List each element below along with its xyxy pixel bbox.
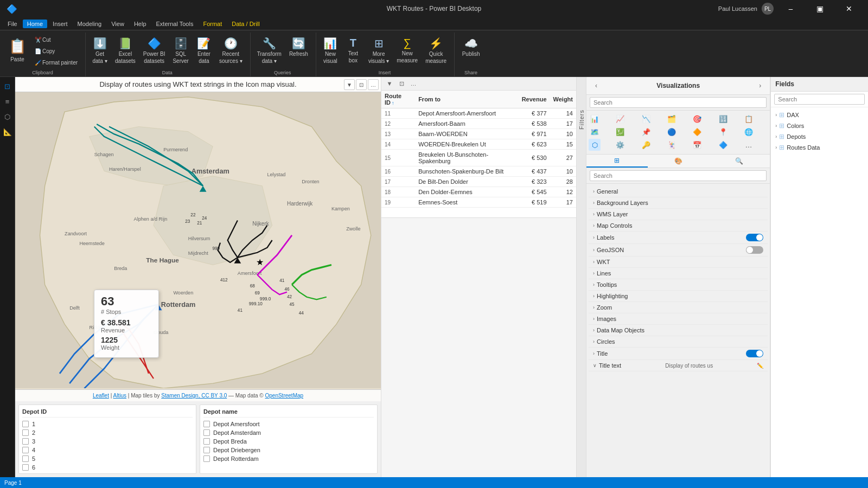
viz-icon-map[interactable]: 🗺️ [589,126,601,138]
new-visual-button[interactable]: 📊 Newvisual [320,35,341,66]
filter-depot-driebergen[interactable]: Depot Driebergen [203,447,374,453]
menu-format[interactable]: Format [199,20,226,28]
menu-view[interactable]: View [107,20,129,28]
checkbox-depot-6[interactable] [22,464,29,471]
viz-icon-pie[interactable]: 🎯 [691,113,703,125]
left-icon-report[interactable]: ⊡ [2,80,14,92]
viz-tab-build[interactable]: ⊞ [586,155,648,168]
viz-icon-area[interactable]: 📉 [640,113,652,125]
prop-labels[interactable]: › Labels [589,232,768,244]
menu-external-tools[interactable]: External Tools [152,20,198,28]
paste-button[interactable]: 📋 Paste [4,35,30,66]
prop-geojson[interactable]: › GeoJSON [589,244,768,256]
filter-depot-rotterdam[interactable]: Depot Rotterdam [203,455,374,462]
geojson-toggle[interactable] [746,246,763,254]
checkbox-depot-4[interactable] [22,447,29,453]
viz-icon-geo[interactable]: 🌐 [743,126,755,138]
menu-home[interactable]: Home [23,20,47,28]
filter-depot-id-3[interactable]: 3 [22,438,193,445]
viz-icon-scatter[interactable]: 📌 [640,126,652,138]
checkbox-amsterdam[interactable] [203,429,210,436]
table-focus-btn[interactable]: ⊡ [397,79,406,88]
more-visuals-button[interactable]: ⊞ Morevisuals ▾ [365,35,392,66]
enter-data-button[interactable]: 📝 Enterdata [193,35,215,66]
table-more-btn[interactable]: … [409,79,418,88]
col-from-to[interactable]: From to [415,91,519,108]
viz-icon-treemap[interactable]: 🔶 [691,126,703,138]
col-revenue[interactable]: Revenue [519,91,550,108]
format-painter-button[interactable]: 🖌️Format painter [31,57,81,68]
viz-icon-custom5[interactable]: 📅 [691,139,703,151]
prop-images[interactable]: › Images [589,313,768,325]
title-text-edit-icon[interactable]: ✏️ [757,363,763,369]
prop-wms-layer[interactable]: › WMS Layer [589,209,768,220]
checkbox-breda[interactable] [203,438,210,445]
viz-icon-more-icon[interactable]: … [743,139,755,151]
close-button[interactable]: ✕ [837,0,861,17]
viz-tab-format[interactable]: 🎨 [648,155,709,168]
checkbox-amersfoort[interactable] [203,421,210,427]
cut-button[interactable]: ✂️Cut [31,35,81,45]
prop-circles[interactable]: › Circles [589,336,768,348]
refresh-button[interactable]: 🔄 Refresh [286,35,311,59]
user-avatar[interactable]: PL [762,3,774,15]
recent-sources-button[interactable]: 🕐 Recentsources ▾ [216,35,246,66]
filter-depot-id-1[interactable]: 1 [22,421,193,427]
osm-link[interactable]: OpenStreetMap [265,393,303,399]
left-icon-dax[interactable]: 📐 [2,126,14,138]
viz-icon-custom2[interactable]: ⚙️ [614,139,626,151]
excel-button[interactable]: 📗 Exceldatasets [112,35,139,66]
map-more-button[interactable]: … [368,79,379,90]
map-focus-button[interactable]: ⊡ [356,79,367,90]
prop-background-layers[interactable]: › Background Layers [589,197,768,209]
filter-depot-id-6[interactable]: 6 [22,464,193,471]
checkbox-depot-2[interactable] [22,429,29,436]
menu-file[interactable]: File [3,20,22,28]
copy-button[interactable]: 📄Copy [31,46,81,56]
table-filter-btn[interactable]: ▼ [385,79,394,88]
viz-icon-custom3[interactable]: 🔑 [640,139,652,151]
stamen-link[interactable]: Stamen Design, CC BY 3.0 [161,393,227,399]
filter-depot-breda[interactable]: Depot Breda [203,438,374,445]
filter-depot-id-5[interactable]: 5 [22,455,193,462]
viz-nav-prev[interactable]: ‹ [591,80,602,91]
prop-title-text[interactable]: ∨ Title text Display of routes us ✏️ [589,360,768,371]
minimize-button[interactable]: ‒ [778,0,803,17]
checkbox-rotterdam[interactable] [203,455,210,462]
col-route-id[interactable]: Route ID↑ [381,91,415,108]
col-weight[interactable]: Weight [550,91,576,108]
viz-icon-bar[interactable]: 📊 [589,113,601,125]
prop-wkt[interactable]: › WKT [589,256,768,268]
leaflet-link[interactable]: Leaflet [93,393,109,399]
restore-button[interactable]: ▣ [807,0,832,17]
title-toggle[interactable] [746,350,763,357]
viz-icon-funnel[interactable]: 💹 [614,126,626,138]
prop-zoom[interactable]: › Zoom [589,302,768,313]
filter-depot-id-4[interactable]: 4 [22,447,193,453]
transform-button[interactable]: 🔧 Transformdata ▾ [254,35,285,66]
field-group-colors[interactable]: › ⊞ Colors [771,120,868,131]
checkbox-depot-5[interactable] [22,455,29,462]
filter-depot-amersfoort[interactable]: Depot Amersfoort [203,421,374,427]
prop-tooltips[interactable]: › Tooltips [589,279,768,291]
format-search-input[interactable] [590,170,767,181]
left-icon-data[interactable]: ≡ [2,95,14,107]
prop-lines[interactable]: › Lines [589,268,768,279]
checkbox-depot-3[interactable] [22,438,29,445]
text-box-button[interactable]: T Textbox [342,35,364,66]
labels-toggle[interactable] [746,234,763,241]
fields-search-input[interactable] [774,94,865,105]
powerbi-datasets-button[interactable]: 🔷 Power BIdatasets [140,35,169,66]
filter-depot-id-2[interactable]: 2 [22,429,193,436]
field-group-routes-data[interactable]: › ⊞ Routes Data [771,142,868,153]
viz-icon-custom4[interactable]: 🃏 [666,139,678,151]
left-icon-model[interactable]: ⬡ [2,111,14,123]
new-measure-button[interactable]: ∑ Newmeasure [393,35,421,66]
viz-icon-custom1[interactable]: ⬡ [589,139,601,151]
quick-measure-button[interactable]: ⚡ Quickmeasure [422,35,450,66]
table-wrapper[interactable]: Route ID↑ From to Revenue Weight 11 Depo… [381,91,576,210]
prop-highlighting[interactable]: › Highlighting [589,291,768,302]
map-filter-button[interactable]: ▼ [344,79,355,90]
viz-search-input[interactable] [590,97,767,108]
viz-icon-line[interactable]: 📈 [614,113,626,125]
